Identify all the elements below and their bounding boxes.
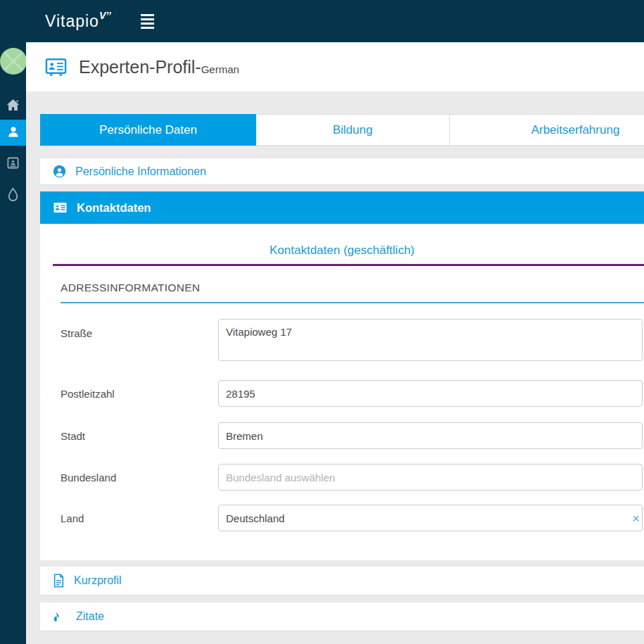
bundesland-label: Bundesland [61, 472, 218, 484]
accordion-persoenliche-informationen[interactable]: Persönliche Informationen [40, 158, 644, 184]
logo-text: Vitapio [45, 12, 99, 31]
sidebar-item-card[interactable] [0, 156, 26, 172]
accordion-label: Zitate [76, 610, 104, 623]
land-label: Land [61, 512, 218, 524]
clear-icon[interactable]: × [631, 510, 641, 526]
address-section-divider [61, 302, 644, 303]
subtab-kontaktdaten-geschaeftlich[interactable]: Kontaktdaten (geschäftlich) [40, 244, 644, 258]
stadt-label: Stadt [61, 430, 218, 442]
form-row-strasse: Straße Vitapioweg 17 [61, 319, 643, 364]
profile-tabs: Persönliche Daten Bildung Arbeitserfahru… [40, 114, 644, 146]
page-header: Experten-Profil-German [26, 42, 644, 91]
document-icon [53, 574, 65, 588]
logo-mark: V’’ [99, 10, 111, 21]
accordion-kontaktdaten[interactable]: Kontaktdaten [40, 191, 644, 224]
drop-icon [7, 187, 19, 204]
subtab-active-underline [53, 264, 644, 266]
user-icon [6, 125, 20, 141]
contact-card-icon [6, 156, 20, 172]
person-circle-icon [53, 165, 66, 178]
form-row-postleitzahl: Postleitzahl [61, 380, 643, 407]
quote-icon [53, 611, 67, 623]
avatar[interactable] [0, 48, 27, 75]
tab-persoenliche-daten[interactable]: Persönliche Daten [40, 114, 256, 146]
left-sidebar [0, 42, 26, 644]
accordion-zitate[interactable]: Zitate [40, 602, 644, 631]
home-icon [6, 99, 20, 114]
form-row-stadt: Stadt [61, 422, 643, 449]
accordion-label: Persönliche Informationen [75, 165, 206, 178]
kontaktdaten-panel: Kontaktdaten (geschäftlich) ADRESSINFORM… [40, 224, 644, 560]
main-content: Experten-Profil-German Persönliche Daten… [26, 42, 644, 644]
form-row-bundesland: Bundesland [61, 464, 643, 491]
form-row-land: Land × [61, 505, 643, 531]
menu-icon[interactable] [141, 14, 154, 29]
sidebar-item-profile[interactable] [0, 120, 26, 146]
accordion-label: Kurzprofil [74, 574, 122, 587]
top-navbar: VitapioV’’ [0, 0, 644, 42]
accordion-label: Kontaktdaten [77, 201, 151, 215]
contact-card-white-icon [53, 201, 68, 214]
postleitzahl-label: Postleitzahl [61, 388, 218, 400]
stadt-input[interactable] [218, 422, 643, 449]
sidebar-item-home[interactable] [0, 99, 26, 114]
sidebar-item-drop[interactable] [0, 187, 26, 204]
postleitzahl-input[interactable] [218, 380, 643, 407]
strasse-label: Straße [61, 319, 218, 339]
tab-bildung[interactable]: Bildung [256, 114, 450, 146]
accordion-kurzprofil[interactable]: Kurzprofil [40, 567, 644, 595]
bundesland-select[interactable] [218, 464, 643, 491]
tab-arbeitserfahrung[interactable]: Arbeitserfahrung [450, 114, 644, 146]
strasse-input[interactable]: Vitapioweg 17 [218, 319, 643, 361]
land-select[interactable] [218, 505, 643, 531]
page-title-suffix: German [201, 63, 239, 75]
page-title: Experten-Profil-German [79, 57, 239, 77]
app-logo: VitapioV’’ [45, 12, 111, 31]
address-section-heading: ADRESSINFORMATIONEN [61, 282, 644, 294]
id-card-icon [45, 57, 67, 77]
